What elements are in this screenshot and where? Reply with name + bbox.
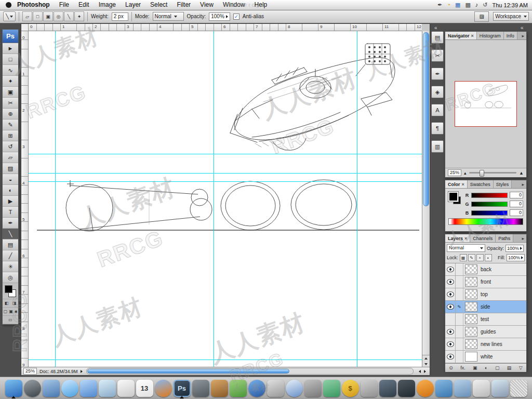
channel-slider-R[interactable] [471, 193, 508, 198]
tab-histogram[interactable]: Histogram [477, 32, 504, 39]
channel-value-R[interactable]: 0 [510, 192, 523, 198]
dock-safari[interactable] [61, 378, 78, 398]
navigator-zoom-slider[interactable] [469, 172, 517, 174]
tab-info[interactable]: Info [504, 32, 517, 39]
standard-mode-icon[interactable]: ◧ [5, 301, 9, 305]
history-brush-tool[interactable]: ↺ [3, 141, 18, 152]
status-menu-icon[interactable] [81, 370, 83, 373]
displays-icon[interactable]: ▦ [455, 0, 460, 10]
guide-horizontal[interactable] [29, 181, 422, 182]
panel-menu-button[interactable]: ▸ [520, 180, 526, 188]
grid-icon[interactable]: ▩ [465, 0, 470, 10]
sync-icon[interactable]: ↺ [483, 0, 487, 10]
guide-horizontal[interactable] [29, 154, 422, 154]
full-screen-menu-icon[interactable]: ▣ [9, 309, 14, 314]
guide-vertical[interactable] [214, 31, 214, 367]
channel-value-B[interactable]: 0 [510, 209, 523, 216]
menu-item-layer[interactable]: Layer [121, 0, 145, 10]
guide-horizontal[interactable] [29, 173, 422, 174]
dock-gray-app[interactable] [304, 378, 322, 398]
dock-iphoto[interactable] [229, 378, 247, 398]
layer-comps-button[interactable]: ◈ [431, 86, 444, 98]
fill-field[interactable]: 100% [507, 254, 525, 261]
horizontal-ruler[interactable]: 0123456789101112 [29, 24, 422, 31]
channel-value-G[interactable]: 0 [510, 201, 523, 207]
menu-item-image[interactable]: Image [94, 0, 121, 10]
visibility-toggle[interactable] [445, 326, 456, 338]
file-browser-button[interactable]: ▤ [431, 31, 444, 44]
dock-film-app[interactable] [379, 378, 396, 398]
eraser-tool[interactable]: ▱ [3, 152, 18, 163]
document-canvas[interactable] [29, 31, 422, 367]
slice-tool[interactable]: ✂ [3, 98, 18, 109]
full-screen-icon[interactable]: ■ [15, 309, 17, 314]
tab-color[interactable]: Color× [445, 180, 468, 188]
color-swatch-pair[interactable] [448, 192, 462, 207]
dock-blue-app[interactable] [435, 378, 453, 398]
vertical-scrollbar[interactable] [422, 31, 430, 367]
dock-quicktime[interactable] [285, 378, 303, 398]
shape-tool-button-4[interactable]: ╲ [64, 11, 74, 21]
horizontal-scrollbar-thumb[interactable] [87, 369, 290, 374]
dock-green-app[interactable] [323, 378, 340, 398]
dock-earth-browser[interactable] [248, 378, 265, 398]
color-spectrum-ramp[interactable] [448, 218, 523, 225]
magic-wand-tool[interactable]: ✦ [3, 76, 18, 87]
hand-tool[interactable]: ✳ [3, 261, 18, 272]
dock-white-drive[interactable] [472, 378, 490, 398]
clone-stamp-tool[interactable]: ⊞ [3, 130, 18, 141]
tab-swatches[interactable]: Swatches [468, 180, 494, 188]
ruler-origin-corner[interactable] [21, 24, 29, 31]
dock-finder[interactable] [5, 378, 22, 398]
dock-ruler-pencil[interactable] [210, 378, 228, 398]
lock-pixels-icon[interactable]: ✎ [468, 254, 475, 261]
channel-slider-G[interactable] [471, 202, 508, 207]
quick-mask-icon[interactable]: ◨ [12, 301, 17, 305]
imageready-button[interactable]: ▭ [3, 316, 18, 324]
notes-tool[interactable]: ▤ [3, 240, 18, 250]
visibility-toggle[interactable] [445, 301, 456, 313]
apple-logo-icon[interactable] [6, 2, 11, 8]
lock-all-icon[interactable]: ▪ [485, 254, 492, 261]
visibility-toggle[interactable] [445, 351, 456, 363]
character-button[interactable]: A [431, 104, 444, 116]
gradient-tool[interactable]: ▨ [3, 163, 18, 174]
menu-item-help[interactable]: Help [250, 0, 272, 10]
navigator-thumbnail[interactable] [455, 82, 516, 126]
layer-group-icon[interactable]: ▢ [495, 365, 500, 370]
vertical-scrollbar-thumb[interactable] [423, 32, 429, 206]
layer-row-white[interactable]: white [445, 351, 526, 363]
screen-mode-buttons[interactable]: ▢▣■ [3, 308, 18, 316]
dock-blue-utility[interactable] [42, 378, 60, 398]
layer-row-back[interactable]: back [445, 263, 526, 276]
menu-item-file[interactable]: File [55, 0, 74, 10]
panel-menu-button[interactable]: ▸ [520, 32, 526, 39]
navigator-zoom-field[interactable]: 25% [448, 169, 461, 176]
navigator-proxy-area[interactable] [445, 40, 526, 168]
dock-textedit[interactable] [117, 378, 135, 398]
dock-trash[interactable] [510, 378, 527, 398]
brushes-palette-button[interactable]: ▨ [474, 11, 489, 22]
tab-styles[interactable]: Styles [494, 180, 512, 188]
ink-script-icon[interactable]: ✒ [437, 0, 442, 10]
delete-layer-icon[interactable]: ▽ [519, 365, 523, 370]
tab-layers[interactable]: Layers× [445, 234, 470, 242]
guide-horizontal[interactable] [29, 360, 422, 360]
tool-preset-picker[interactable]: ╲ [3, 11, 16, 21]
dock-bridge[interactable] [192, 378, 209, 398]
color-swatch-widget[interactable] [3, 283, 18, 299]
menu-app-name[interactable]: Photoshop [16, 0, 55, 10]
dodge-tool[interactable]: ◐ [3, 185, 18, 196]
dock-orange-ball[interactable] [416, 378, 434, 398]
channel-slider-B[interactable] [471, 210, 508, 216]
dock-mail[interactable] [98, 378, 116, 398]
alarm-badge-icon[interactable]: ◔ [447, 0, 450, 10]
layer-row-guides[interactable]: guides [445, 326, 526, 338]
vertical-ruler[interactable]: 0123456789 [21, 31, 29, 367]
actions-button[interactable]: ▥ [431, 140, 444, 153]
path-selection-tool[interactable]: ▶ [3, 196, 18, 207]
layer-mask-icon[interactable]: ▣ [473, 365, 477, 370]
blur-tool[interactable]: ◒ [3, 174, 18, 185]
photoshop-logo[interactable]: Ps [3, 30, 18, 43]
menu-item-select[interactable]: Select [145, 0, 172, 10]
